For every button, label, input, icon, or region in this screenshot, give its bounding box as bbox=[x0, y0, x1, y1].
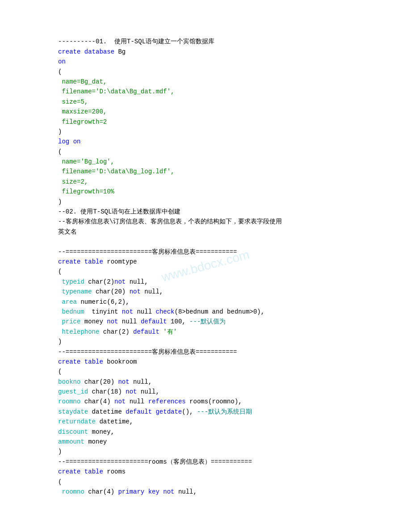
code-line: create database Bg bbox=[58, 47, 375, 57]
code-line: typeid char(2)not null, bbox=[58, 277, 375, 287]
code-line: ( bbox=[58, 477, 375, 487]
code-line: create table roomtype bbox=[58, 257, 375, 267]
code-line: ) bbox=[58, 337, 375, 347]
code-line: filegrowth=2 bbox=[58, 117, 375, 127]
code-line: on bbox=[58, 57, 375, 67]
code-line: ammount money bbox=[58, 437, 375, 447]
code-line: --=======================客房标准信息表========… bbox=[58, 347, 375, 357]
code-line: --客房标准信息表\订房信息表、客房信息表，个表的结构如下，要求表字段使用 bbox=[58, 217, 375, 226]
code-line: filename='D:\data\Bg_dat.mdf', bbox=[58, 87, 375, 96]
code-line: --=======================客房标准信息表========… bbox=[58, 247, 375, 257]
code-line: 英文名 bbox=[58, 227, 375, 237]
code-line: ( bbox=[58, 367, 375, 377]
code-line: create table rooms bbox=[58, 467, 375, 477]
code-line: ) bbox=[58, 127, 375, 137]
code-line: name=Bg_dat, bbox=[58, 77, 375, 87]
code-line: ( bbox=[58, 267, 375, 276]
code-line: filename='D:\data\Bg_log.ldf', bbox=[58, 167, 375, 176]
code-line: ( bbox=[58, 147, 375, 157]
code-line: --02. 使用T-SQL语句在上述数据库中创建 bbox=[58, 207, 375, 217]
code-content: ----------01. 使用T-SQL语句建立一个宾馆数据库create d… bbox=[58, 27, 375, 497]
code-line: bookno char(20) not null, bbox=[58, 377, 375, 387]
code-line: price money not null default 100, ---默认值… bbox=[58, 317, 375, 327]
code-line: name='Bg_log', bbox=[58, 157, 375, 167]
code-line: htelephone char(2) default '有' bbox=[58, 327, 375, 337]
code-line: staydate datetime default getdate(), ---… bbox=[58, 407, 375, 417]
code-line: ) bbox=[58, 197, 375, 207]
code-line: discount money, bbox=[58, 427, 375, 437]
code-line: ( bbox=[58, 67, 375, 77]
code-line bbox=[58, 237, 375, 247]
code-line: roomno char(4) not null references rooms… bbox=[58, 397, 375, 406]
code-line: typename char(20) not null, bbox=[58, 287, 375, 297]
code-line: returndate datetime, bbox=[58, 417, 375, 427]
code-line: filegrowth=10% bbox=[58, 187, 375, 197]
code-line: area numeric(6,2), bbox=[58, 297, 375, 307]
code-line: ) bbox=[58, 447, 375, 457]
code-line: ----------01. 使用T-SQL语句建立一个宾馆数据库 bbox=[58, 37, 375, 46]
code-line: --======================rooms（客房信息表）====… bbox=[58, 457, 375, 467]
code-line: maxsize=200, bbox=[58, 107, 375, 117]
code-line: size=5, bbox=[58, 97, 375, 107]
code-line: size=2, bbox=[58, 177, 375, 187]
code-line: bednum tinyint not null check(8>bednum a… bbox=[58, 307, 375, 317]
code-line: guest_id char(18) not null, bbox=[58, 387, 375, 397]
code-line: create table bookroom bbox=[58, 357, 375, 367]
code-line: roomno char(4) primary key not null, bbox=[58, 487, 375, 497]
code-line: log on bbox=[58, 137, 375, 147]
